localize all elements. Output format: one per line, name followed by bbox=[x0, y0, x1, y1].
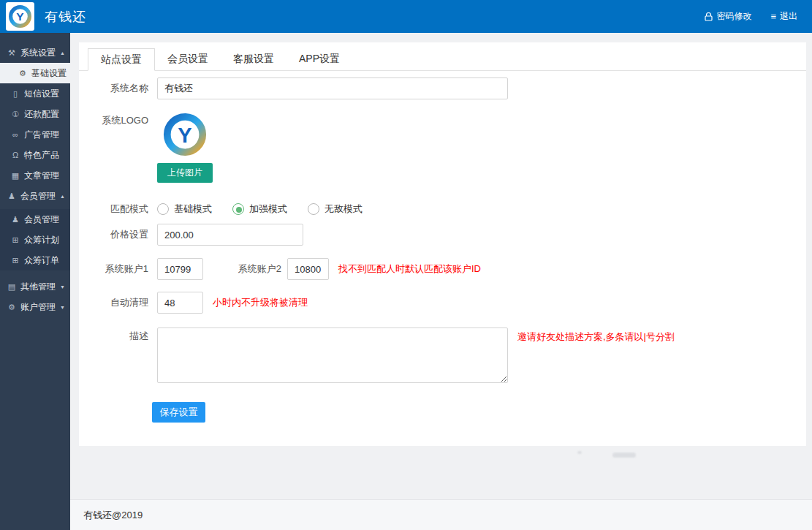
price-row: 价格设置 bbox=[79, 224, 806, 246]
doc-icon: ▤ bbox=[7, 282, 17, 292]
caret-up-icon: ▲ bbox=[60, 194, 65, 199]
sidebar-group-system-settings[interactable]: ⚒ 系统设置 ▲ bbox=[0, 42, 70, 63]
circle-one-icon: ① bbox=[10, 110, 20, 119]
sidebar-item-label: 还款配置 bbox=[24, 108, 59, 121]
save-settings-button[interactable]: 保存设置 bbox=[152, 402, 205, 423]
sidebar-item-label: 广告管理 bbox=[24, 129, 59, 141]
radio-basic-mode[interactable]: 基础模式 bbox=[157, 202, 212, 216]
radio-enhanced-mode-label: 加强模式 bbox=[249, 202, 287, 216]
logout-icon: ≡ bbox=[770, 12, 776, 21]
sidebar-item-member-management[interactable]: ♟ 会员管理 bbox=[0, 209, 70, 230]
render-artifact bbox=[577, 451, 582, 454]
app-logo-icon: Y bbox=[8, 4, 32, 29]
header-actions: 密码修改 ≡ 退出 bbox=[705, 10, 812, 23]
radio-circle-checked-icon bbox=[232, 203, 244, 215]
account1-label: 系统账户1 bbox=[79, 262, 148, 276]
main-area: 站点设置 会员设置 客服设置 APP设置 系统名称 系统LOGO bbox=[70, 33, 812, 499]
tab-member-settings[interactable]: 会员设置 bbox=[155, 48, 221, 70]
auto-clean-hint: 小时内不升级将被清理 bbox=[213, 292, 308, 314]
grid-icon: ▦ bbox=[10, 171, 20, 181]
system-logo-label: 系统LOGO bbox=[79, 112, 148, 128]
sidebar-item-crowdfund-plan[interactable]: ⊞ 众筹计划 bbox=[0, 230, 70, 250]
description-label: 描述 bbox=[79, 328, 148, 344]
price-input[interactable] bbox=[157, 224, 303, 246]
settings-card: 站点设置 会员设置 客服设置 APP设置 系统名称 系统LOGO bbox=[79, 42, 806, 446]
sidebar-item-label: 基础设置 bbox=[31, 67, 67, 80]
radio-invincible-mode-label: 无敌模式 bbox=[325, 202, 363, 216]
app-window: Y 有钱还 密码修改 ≡ 退出 ⚒ 系统设置 ▲ ⚙ bbox=[0, 0, 812, 530]
sidebar-item-ad-management[interactable]: ∞ 广告管理 bbox=[0, 124, 70, 145]
tab-support-settings[interactable]: 客服设置 bbox=[221, 48, 287, 70]
upload-image-button[interactable]: 上传图片 bbox=[157, 163, 213, 183]
sidebar-item-label: 众筹计划 bbox=[24, 234, 59, 246]
tab-site-settings[interactable]: 站点设置 bbox=[88, 48, 155, 71]
radio-basic-mode-label: 基础模式 bbox=[174, 202, 212, 216]
sidebar-item-label: 文章管理 bbox=[24, 170, 59, 182]
svg-text:Y: Y bbox=[178, 124, 191, 147]
footer-copyright: 有钱还@2019 bbox=[83, 510, 143, 520]
sidebar-item-label: 特色产品 bbox=[24, 149, 59, 162]
logout-button[interactable]: ≡ 退出 bbox=[770, 10, 797, 23]
app-title: 有钱还 bbox=[45, 8, 86, 26]
sidebar-item-basic-settings[interactable]: ⚙ 基础设置 bbox=[0, 63, 70, 83]
sidebar-item-label: 其他管理 bbox=[20, 281, 56, 293]
logout-label: 退出 bbox=[780, 10, 797, 23]
auto-clean-label: 自动清理 bbox=[79, 296, 148, 309]
tab-app-settings[interactable]: APP设置 bbox=[287, 48, 352, 70]
footer: 有钱还@2019 bbox=[70, 499, 812, 530]
svg-text:Y: Y bbox=[16, 10, 24, 23]
render-artifact bbox=[612, 453, 636, 458]
auto-clean-row: 自动清理 小时内不升级将被清理 bbox=[79, 292, 806, 314]
settings-tabs: 站点设置 会员设置 客服设置 APP设置 bbox=[79, 42, 806, 71]
system-logo-preview: Y bbox=[162, 112, 208, 157]
account2-input[interactable] bbox=[287, 258, 329, 280]
account1-input[interactable] bbox=[157, 258, 203, 280]
caret-down-icon: ▼ bbox=[60, 284, 65, 289]
sidebar-item-article-management[interactable]: ▦ 文章管理 bbox=[0, 165, 70, 186]
sidebar: ⚒ 系统设置 ▲ ⚙ 基础设置 ▯ 短信设置 ① 还款配置 ∞ 广告管理 Ω 特… bbox=[0, 33, 70, 530]
sidebar-group-account-management[interactable]: ⚙ 账户管理 ▼ bbox=[0, 297, 70, 317]
system-name-label: 系统名称 bbox=[79, 82, 148, 95]
description-hint: 邀请好友处描述方案,多条请以|号分割 bbox=[517, 330, 675, 344]
caret-down-icon: ▼ bbox=[60, 305, 65, 310]
sidebar-item-label: 账户管理 bbox=[20, 301, 56, 314]
sidebar-item-label: 会员管理 bbox=[24, 213, 59, 226]
radio-invincible-mode[interactable]: 无敌模式 bbox=[308, 202, 363, 216]
change-password-label: 密码修改 bbox=[716, 10, 751, 23]
lock-icon bbox=[705, 12, 713, 21]
description-row: 描述 邀请好友处描述方案,多条请以|号分割 bbox=[79, 328, 806, 383]
sidebar-group-other-management[interactable]: ▤ 其他管理 ▼ bbox=[0, 276, 70, 297]
description-textarea[interactable] bbox=[157, 328, 508, 383]
system-name-row: 系统名称 bbox=[79, 77, 806, 99]
sidebar-item-sms-settings[interactable]: ▯ 短信设置 bbox=[0, 83, 70, 104]
sidebar-item-crowdfund-orders[interactable]: ⊞ 众筹订单 bbox=[0, 250, 70, 270]
sidebar-group-member-management[interactable]: ♟ 会员管理 ▲ bbox=[0, 186, 70, 206]
sidebar-item-featured-products[interactable]: Ω 特色产品 bbox=[0, 145, 70, 165]
bell-icon: Ω bbox=[10, 151, 20, 159]
change-password-button[interactable]: 密码修改 bbox=[705, 10, 751, 23]
radio-enhanced-mode[interactable]: 加强模式 bbox=[232, 202, 287, 216]
match-mode-row: 匹配模式 基础模式 加强模式 无敌模式 bbox=[79, 202, 806, 216]
blocks-icon: ⊞ bbox=[10, 256, 20, 265]
user-icon: ♟ bbox=[7, 192, 17, 201]
gear-icon: ⚙ bbox=[18, 69, 28, 78]
radio-circle-icon bbox=[157, 203, 169, 215]
account2-label: 系统账户2 bbox=[236, 262, 281, 276]
auto-clean-input[interactable] bbox=[157, 292, 203, 314]
link-icon: ∞ bbox=[10, 130, 20, 139]
top-header: Y 有钱还 密码修改 ≡ 退出 bbox=[0, 0, 812, 33]
price-label: 价格设置 bbox=[79, 228, 148, 241]
sidebar-item-label: 众筹订单 bbox=[24, 254, 59, 267]
sidebar-item-repayment-config[interactable]: ① 还款配置 bbox=[0, 104, 70, 124]
system-name-input[interactable] bbox=[157, 77, 508, 99]
save-row: 保存设置 bbox=[79, 402, 806, 423]
caret-up-icon: ▲ bbox=[60, 50, 65, 56]
sidebar-item-label: 短信设置 bbox=[24, 88, 59, 100]
gear-icon: ⚙ bbox=[7, 303, 17, 312]
blocks-icon: ⊞ bbox=[10, 235, 20, 245]
match-mode-label: 匹配模式 bbox=[79, 202, 148, 216]
sidebar-item-label: 会员管理 bbox=[20, 190, 56, 202]
radio-circle-icon bbox=[308, 203, 319, 215]
system-accounts-row: 系统账户1 系统账户2 找不到匹配人时默认匹配该账户ID bbox=[79, 258, 806, 280]
system-logo-row: 系统LOGO Y 上传图片 bbox=[79, 112, 806, 183]
